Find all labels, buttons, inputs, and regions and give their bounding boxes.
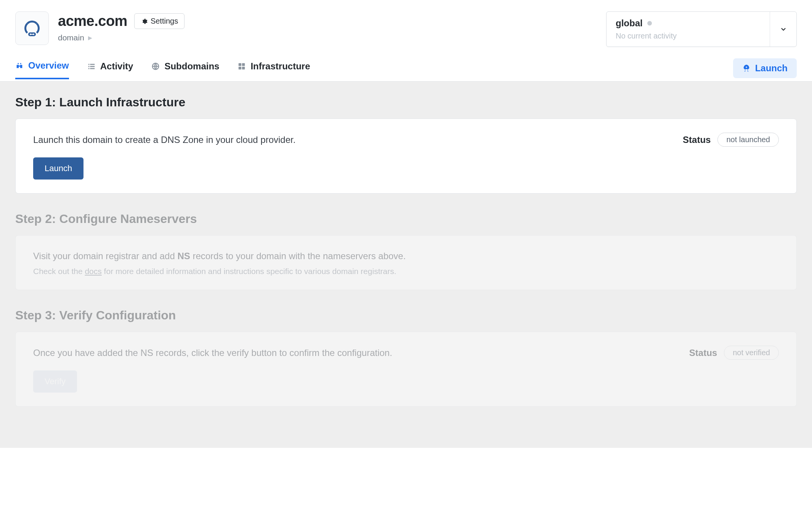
- header-left: acme.com Settings domain ▶: [15, 11, 185, 45]
- tab-infrastructure-label: Infrastructure: [250, 61, 310, 72]
- verify-button: Verify: [33, 370, 77, 393]
- tabs-row: Overview Activity Subdomains Infrastruct…: [0, 47, 812, 82]
- step-2-title: Step 2: Configure Nameservers: [15, 212, 797, 226]
- step-2-subtext-pre: Check out the: [33, 267, 85, 276]
- environment-name: global: [616, 18, 643, 29]
- svg-rect-13: [239, 67, 241, 69]
- step-2-text-bold: NS: [177, 251, 190, 261]
- caret-right-icon: ▶: [88, 35, 92, 41]
- step-2-card: Visit your domain registrar and add NS r…: [15, 235, 797, 290]
- grid-icon: [238, 62, 246, 71]
- svg-rect-4: [88, 64, 89, 65]
- tab-subdomains[interactable]: Subdomains: [151, 60, 219, 79]
- environment-body: global No current activity: [607, 12, 770, 46]
- svg-rect-8: [88, 68, 89, 69]
- globe-icon: [151, 62, 160, 71]
- step-2-text: Visit your domain registrar and add NS r…: [33, 249, 779, 263]
- tabs: Overview Activity Subdomains Infrastruct…: [15, 60, 310, 79]
- step-3-status-label: Status: [689, 348, 717, 358]
- svg-rect-5: [90, 64, 95, 65]
- environment-activity: No current activity: [616, 32, 761, 40]
- list-icon: [87, 62, 96, 71]
- step-1-status: Status not launched: [683, 133, 779, 147]
- settings-label: Settings: [151, 17, 178, 26]
- svg-rect-3: [30, 34, 34, 35]
- svg-rect-7: [90, 66, 95, 67]
- docs-link[interactable]: docs: [85, 267, 101, 276]
- environment-dropdown[interactable]: global No current activity: [606, 11, 797, 47]
- step-3-section: Step 3: Verify Configuration Once you ha…: [15, 308, 797, 407]
- launch-action-button[interactable]: Launch: [733, 58, 797, 78]
- launch-button[interactable]: Launch: [33, 157, 83, 180]
- breadcrumb-domain[interactable]: domain: [58, 33, 84, 42]
- svg-rect-6: [88, 66, 89, 67]
- step-2-subtext-post: for more detailed information and instru…: [102, 267, 396, 276]
- tab-overview-label: Overview: [28, 60, 69, 71]
- binoculars-icon: [15, 61, 24, 70]
- step-3-title: Step 3: Verify Configuration: [15, 308, 797, 322]
- tab-overview[interactable]: Overview: [15, 60, 69, 79]
- step-3-status-pill: not verified: [724, 346, 779, 360]
- launch-action-label: Launch: [755, 63, 788, 74]
- status-dot-icon: [647, 21, 652, 26]
- tab-activity-label: Activity: [100, 61, 133, 72]
- step-2-section: Step 2: Configure Nameservers Visit your…: [15, 212, 797, 290]
- domain-heading-block: acme.com Settings domain ▶: [58, 11, 185, 42]
- step-2-text-post: records to your domain with the nameserv…: [190, 251, 406, 261]
- content-area: Step 1: Launch Infrastructure Launch thi…: [0, 82, 812, 448]
- tab-infrastructure[interactable]: Infrastructure: [238, 60, 310, 79]
- step-2-subtext: Check out the docs for more detailed inf…: [33, 267, 779, 276]
- chevron-down-icon: [780, 26, 787, 33]
- svg-rect-14: [242, 67, 245, 69]
- step-3-card: Once you have added the NS records, clic…: [15, 332, 797, 407]
- svg-rect-9: [90, 68, 95, 69]
- breadcrumb: domain ▶: [58, 33, 185, 42]
- globe-link-icon: [23, 19, 41, 37]
- step-1-section: Step 1: Launch Infrastructure Launch thi…: [15, 95, 797, 194]
- step-1-text: Launch this domain to create a DNS Zone …: [33, 133, 295, 147]
- svg-rect-11: [239, 63, 241, 66]
- step-1-status-pill: not launched: [717, 133, 779, 147]
- svg-rect-12: [242, 63, 245, 66]
- step-1-status-label: Status: [683, 135, 711, 145]
- page-title: acme.com: [58, 13, 127, 29]
- step-3-status: Status not verified: [689, 346, 779, 360]
- step-2-text-pre: Visit your domain registrar and add: [33, 251, 177, 261]
- step-1-title: Step 1: Launch Infrastructure: [15, 95, 797, 109]
- tab-activity[interactable]: Activity: [87, 60, 133, 79]
- gear-icon: [141, 18, 148, 25]
- step-3-text: Once you have added the NS records, clic…: [33, 346, 392, 360]
- step-1-card: Launch this domain to create a DNS Zone …: [15, 119, 797, 194]
- domain-icon-box: [15, 11, 49, 45]
- environment-chevron[interactable]: [770, 12, 796, 46]
- header: acme.com Settings domain ▶ global No cur…: [0, 0, 812, 47]
- rocket-icon: [742, 64, 751, 72]
- settings-button[interactable]: Settings: [134, 13, 185, 29]
- tab-subdomains-label: Subdomains: [164, 61, 219, 72]
